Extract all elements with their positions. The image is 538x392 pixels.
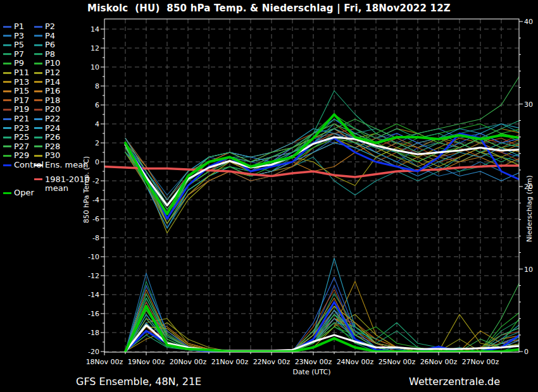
- precip-tick-label: 40: [524, 18, 533, 26]
- legend-item-p5: P5: [3, 40, 24, 49]
- legend-label: P18: [45, 96, 60, 105]
- legend-swatch: [34, 81, 42, 83]
- legend-swatch: [3, 53, 11, 55]
- legend-item-p6: P6: [34, 40, 55, 49]
- legend-label: P21: [14, 114, 29, 123]
- temp-tick-label: -12: [88, 272, 99, 280]
- legend-swatch: [3, 99, 11, 101]
- legend-swatch: [34, 118, 42, 120]
- temp-line-P5: [125, 148, 522, 229]
- legend-swatch: [3, 90, 11, 92]
- legend-item-ens-mean: Ens. mean: [34, 161, 88, 169]
- legend-item-p27: P27: [3, 142, 29, 151]
- date-tick-label: 21Nov 00z: [211, 358, 249, 366]
- legend-item-p28: P28: [34, 142, 60, 151]
- legend-item-p12: P12: [34, 68, 60, 77]
- legend-swatch: [34, 44, 42, 46]
- legend-label: P22: [45, 114, 60, 123]
- legend-swatch: [34, 137, 42, 138]
- legend-item-p7: P7: [3, 50, 24, 59]
- legend-item-p17: P17: [3, 96, 29, 105]
- legend-item-p14: P14: [34, 78, 60, 87]
- legend-label: P15: [14, 87, 29, 95]
- legend-swatch: [3, 137, 11, 138]
- legend-item-p26: P26: [34, 133, 60, 142]
- date-tick-label: 18Nov 00z: [86, 358, 123, 366]
- legend-item-p9: P9: [3, 59, 24, 68]
- legend-item-p16: P16: [34, 87, 60, 95]
- date-tick-label: 22Nov 00z: [253, 358, 291, 366]
- legend-item-p25: P25: [3, 133, 29, 142]
- temp-tick-label: -20: [88, 348, 99, 356]
- legend-label: P5: [14, 40, 24, 49]
- temp-line-P13: [125, 133, 522, 209]
- y-axis-label-precipitation: Niederschlag (mm): [525, 139, 535, 278]
- legend-swatch: [34, 164, 42, 166]
- temp-line-P3: [125, 133, 522, 224]
- legend-swatch: [34, 63, 42, 64]
- legend-label: P4: [45, 32, 55, 40]
- legend-label: P10: [45, 59, 60, 68]
- legend-label: P28: [45, 142, 60, 151]
- legend-label: Oper: [14, 188, 34, 197]
- legend-swatch: [34, 155, 42, 157]
- legend-swatch: [34, 145, 42, 147]
- legend-item-oper: Oper: [3, 188, 34, 197]
- precip-tick-label: 30: [524, 101, 533, 109]
- legend-label: P2: [45, 22, 55, 31]
- legend-label: P19: [14, 105, 29, 114]
- legend-item-p21: P21: [3, 114, 29, 123]
- caption-model-location: GFS Ensemble, 48N, 21E: [76, 376, 201, 388]
- legend-item-p4: P4: [34, 32, 55, 40]
- legend-swatch: [3, 192, 11, 194]
- legend-item-p8: P8: [34, 50, 55, 59]
- gridlines: [104, 19, 519, 352]
- legend-label: P3: [14, 32, 24, 40]
- legend-swatch: [3, 145, 11, 147]
- precip-tick-label: 0: [524, 348, 529, 356]
- legend-swatch: [3, 127, 11, 129]
- temp-line-P25: [125, 91, 522, 224]
- legend-label: P25: [14, 133, 29, 142]
- legend-label: P24: [45, 124, 60, 133]
- legend-item-p15: P15: [3, 87, 29, 95]
- legend-label: P12: [45, 68, 60, 77]
- legend-label: P26: [45, 133, 60, 142]
- legend-swatch: [3, 118, 11, 120]
- legend-label: P14: [45, 78, 60, 87]
- legend-item-p18: P18: [34, 96, 60, 105]
- legend-item-p29: P29: [3, 151, 29, 160]
- legend-label: P7: [14, 50, 24, 59]
- legend-label: P11: [14, 68, 29, 77]
- legend-label: P9: [14, 59, 24, 68]
- legend-swatch: [34, 109, 42, 111]
- legend-swatch: [34, 26, 42, 28]
- legend-swatch: [3, 26, 11, 28]
- legend-swatch: [34, 127, 42, 129]
- caption-website: Wetterzentrale.de: [409, 376, 500, 388]
- date-tick-label: 23Nov 00z: [295, 358, 332, 366]
- legend-label: P29: [14, 151, 29, 160]
- legend-swatch: [34, 72, 42, 74]
- legend-label: P23: [14, 124, 29, 133]
- date-tick-label: 25Nov 00z: [378, 358, 416, 366]
- legend-item-p3: P3: [3, 32, 24, 40]
- date-tick-label: 27Nov 00z: [462, 358, 499, 366]
- legend-item-p13: P13: [3, 78, 29, 87]
- legend-label: P13: [14, 78, 29, 87]
- app-canvas: Miskolc (HU) 850 hPa Temp. & Niederschla…: [0, 0, 538, 392]
- legend-swatch: [34, 178, 42, 180]
- legend-item-p2: P2: [34, 22, 55, 31]
- legend-item-p1: P1: [3, 22, 24, 31]
- legend-label: P20: [45, 105, 60, 114]
- legend-label: P27: [14, 142, 29, 151]
- legend-swatch: [3, 72, 11, 74]
- legend-label: P6: [45, 40, 55, 49]
- temp-tick-label: -18: [88, 329, 99, 337]
- date-tick-label: 19Nov 00z: [128, 358, 165, 366]
- legend-swatch: [34, 90, 42, 92]
- plot-border: [104, 19, 519, 352]
- legend-swatch: [34, 53, 42, 55]
- legend-swatch: [3, 109, 11, 111]
- legend-label: P8: [45, 50, 55, 59]
